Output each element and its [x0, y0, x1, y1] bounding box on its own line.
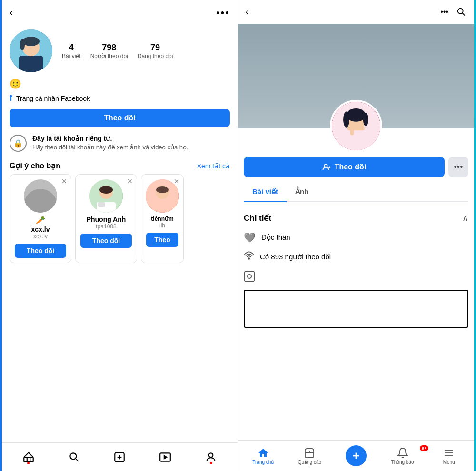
follow-btn-3[interactable]: Theo [146, 233, 178, 247]
menu-label: Menu [443, 460, 455, 465]
suggestion-name-3: tiênnữm [151, 216, 173, 222]
posts-count: 4 [69, 43, 74, 53]
theo-doi-right-label: Theo dõi [335, 163, 367, 171]
svg-point-7 [99, 186, 113, 194]
svg-point-31 [324, 164, 327, 167]
nav-trang-chu[interactable]: Trang chủ [240, 447, 287, 465]
stat-following: 79 Đang theo dõi [138, 43, 173, 59]
theo-doi-row: Theo dõi ••• [244, 157, 468, 177]
bottom-nav-left [2, 442, 238, 471]
chi-tiet-title: Chi tiết [244, 213, 271, 223]
svg-rect-1 [19, 56, 43, 72]
nav-quang-cao[interactable]: Quảng cáo [287, 447, 333, 465]
wifi-icon [244, 251, 254, 263]
tab-anh[interactable]: Ảnh [287, 183, 317, 202]
svg-point-27 [343, 111, 349, 127]
svg-rect-29 [347, 126, 365, 130]
avatar-left [10, 29, 52, 72]
suggestion-handle-2: tpa1008 [96, 223, 116, 230]
plus-circle [346, 445, 367, 466]
private-account-section: 🔒 Đây là tài khoản riêng tư. Hãy theo dõ… [2, 130, 238, 157]
suggestion-card-2: ✕ Phuong Anh tpa1008 Theo dõi [75, 174, 137, 263]
profile-dot [210, 462, 212, 464]
profile-section-left: 4 Bài viết 798 Người theo dõi 79 Đang th… [2, 26, 238, 78]
trang-chu-label: Trang chủ [252, 460, 274, 465]
tab-bai-viet[interactable]: Bài viết [244, 183, 287, 202]
followers-text: Có 893 người theo dõi [260, 253, 331, 261]
plus-icon [351, 451, 361, 461]
private-account-text: Đây là tài khoản riêng tư. Hãy theo dõi … [32, 135, 188, 152]
close-suggestion-1[interactable]: ✕ [61, 177, 67, 185]
notification-badge-count: 9+ [420, 445, 428, 451]
nav-menu[interactable]: Menu [426, 447, 472, 465]
home-icon [22, 451, 35, 463]
followers-count: 798 [102, 43, 116, 53]
reels-icon [159, 451, 171, 463]
close-suggestion-3[interactable]: ✕ [174, 177, 179, 185]
right-panel: ‹ ••• [238, 0, 476, 471]
suggestion-handle-3: iih [159, 222, 165, 229]
back-button-left[interactable]: ‹ [10, 7, 13, 19]
heart-icon: 🩶 [244, 232, 256, 243]
bottom-nav-right: Trang chủ Quảng cáo [238, 440, 474, 471]
profile-icon [205, 451, 217, 463]
person-placeholder-1 [24, 179, 57, 213]
follow-btn-1[interactable]: Theo dõi [15, 244, 66, 258]
nav-reels[interactable] [159, 451, 171, 463]
options-dots-right[interactable]: ••• [448, 157, 468, 177]
svg-point-12 [156, 186, 169, 193]
instagram-inner [247, 274, 252, 279]
lock-icon: 🔒 [10, 135, 27, 152]
nav-add[interactable] [113, 451, 126, 463]
search-icon-right[interactable] [456, 7, 466, 17]
suggestion-cards: ✕ 🥕 xcx.lv xcx.lv Theo dõi ✕ [2, 174, 238, 263]
left-top-nav: ‹ ••• [2, 0, 238, 26]
nav-thong-bao[interactable]: 9+ Thông báo [379, 447, 426, 465]
chi-tiet-followers: Có 893 người theo dõi [244, 247, 468, 267]
suggestion-emoji-1: 🥕 [36, 216, 45, 225]
nav-profile[interactable] [205, 451, 217, 463]
svg-point-22 [458, 9, 463, 14]
girl-avatar-right [332, 100, 380, 152]
svg-line-15 [75, 458, 78, 461]
stat-posts: 4 Bài viết [62, 43, 81, 59]
home-dot [27, 462, 30, 464]
close-suggestion-2[interactable]: ✕ [127, 177, 133, 185]
profile-tabs: Bài viết Ảnh [244, 183, 468, 202]
phuong-anh-svg [89, 179, 123, 213]
options-button-right[interactable]: ••• [440, 8, 448, 16]
nav-home[interactable] [22, 451, 35, 463]
chi-tiet-relationship: 🩶 Độc thân [244, 228, 468, 247]
quang-cao-label: Quảng cáo [298, 460, 321, 465]
menu-icon [443, 447, 455, 459]
fb-page-row: f Trang cá nhân Facebook [2, 91, 238, 106]
back-button-right[interactable]: ‹ [246, 8, 248, 16]
nav-plus[interactable] [333, 445, 379, 466]
suggestion-handle-1: xcx.lv [33, 233, 48, 240]
suggestion-avatar-2 [89, 179, 123, 213]
svg-point-34 [248, 258, 250, 259]
theo-doi-button-left[interactable]: Theo dõi [10, 109, 230, 127]
fb-logo-icon: f [10, 93, 12, 103]
wifi-svg [244, 251, 254, 261]
goi-y-title: Gợi ý cho bạn [10, 161, 60, 170]
add-friend-icon [322, 163, 331, 171]
chi-tiet-section: Chi tiết ∧ 🩶 Độc thân Có 893 ng [244, 206, 468, 335]
svg-rect-30 [350, 128, 354, 136]
suggestion-name-2: Phuong Anh [87, 216, 126, 223]
fb-page-label: Trang cá nhân Facebook [16, 95, 90, 102]
options-button-left[interactable]: ••• [216, 7, 230, 19]
xem-tat-ca-link[interactable]: Xem tất cả [197, 162, 230, 170]
svg-point-3 [22, 37, 40, 46]
avatar-svg [10, 29, 52, 72]
phuong-anh-photo [89, 179, 123, 213]
private-subtitle: Hãy theo dõi tài khoản này để xem ảnh và… [32, 143, 188, 152]
follow-btn-2[interactable]: Theo dõi [80, 234, 132, 248]
theo-doi-button-right[interactable]: Theo dõi [244, 157, 445, 177]
following-count: 79 [150, 43, 160, 53]
svg-point-28 [363, 113, 368, 126]
posts-label: Bài viết [62, 53, 81, 59]
nav-search[interactable] [68, 451, 80, 463]
following-label: Đang theo dõi [138, 53, 173, 59]
chi-tiet-collapse[interactable]: ∧ [462, 213, 468, 223]
